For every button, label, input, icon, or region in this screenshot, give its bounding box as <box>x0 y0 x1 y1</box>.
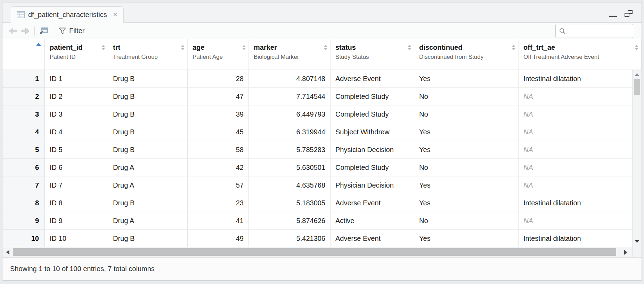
vertical-scrollbar-thumb[interactable] <box>634 79 640 95</box>
forward-button[interactable] <box>19 25 32 37</box>
table-cell: Yes <box>414 194 519 212</box>
table-cell: ID 4 <box>45 123 108 141</box>
table-cell: Drug B <box>108 88 188 105</box>
window-controls <box>609 10 633 17</box>
horizontal-scrollbar[interactable] <box>2 247 632 257</box>
header-row: patient_idPatient IDtrtTreatment Groupag… <box>2 39 642 70</box>
table-cell: ID 1 <box>45 70 108 88</box>
sort-chevrons-icon <box>512 45 515 50</box>
sort-chevrons-icon <box>324 45 327 50</box>
table-cell: Drug B <box>108 230 188 247</box>
forward-arrow-icon <box>21 27 30 35</box>
toolbar-separator <box>34 26 35 36</box>
sort-chevrons-icon <box>242 45 246 50</box>
table-cell: No <box>414 159 519 176</box>
table-cell: 42 <box>188 159 249 176</box>
table-cell: No <box>414 212 519 230</box>
minimize-icon[interactable] <box>609 11 617 17</box>
table-cell: ID 5 <box>45 141 108 159</box>
table-cell: Drug B <box>108 105 188 123</box>
restore-window-icon[interactable] <box>625 10 633 17</box>
row-number: 1 <box>2 70 45 88</box>
table-cell: No <box>414 105 519 123</box>
table-row: 3ID 3Drug B396.449793Completed StudyNoNA <box>2 105 642 123</box>
table-cell: ID 2 <box>45 88 108 105</box>
scroll-left-arrow-icon[interactable] <box>3 247 12 257</box>
row-number: 4 <box>2 123 45 141</box>
scroll-down-arrow-icon[interactable] <box>633 237 642 246</box>
table-cell: 6.319944 <box>249 123 331 141</box>
search-input[interactable] <box>568 27 630 35</box>
scroll-right-arrow-icon[interactable] <box>621 247 630 257</box>
tab-title: df_patient_characteristics <box>28 11 107 19</box>
toolbar: Filter <box>2 23 642 39</box>
table-row: 4ID 4Drug B456.319944Subject WithdrewYes… <box>2 123 642 141</box>
table-cell: ID 9 <box>45 212 108 230</box>
column-header-age[interactable]: agePatient Age <box>188 39 249 70</box>
table-cell: ID 3 <box>45 105 108 123</box>
column-header-discontinued[interactable]: discontinuedDiscontinued from Study <box>414 39 519 70</box>
table-cell: Subject Withdrew <box>331 123 414 141</box>
table-cell: Yes <box>414 230 519 247</box>
table-cell: ID 6 <box>45 159 108 176</box>
table-cell: 6.449793 <box>249 105 331 123</box>
table-cell: Completed Study <box>331 159 414 176</box>
table-cell: Yes <box>414 176 519 194</box>
table-cell: ID 8 <box>45 194 108 212</box>
table-row: 2ID 2Drug B477.714544Completed StudyNoNA <box>2 88 642 105</box>
row-number: 10 <box>2 230 45 247</box>
tab-df-patient-characteristics[interactable]: df_patient_characteristics ✕ <box>11 6 124 23</box>
back-arrow-icon <box>8 27 18 35</box>
table-row: 5ID 5Drug B585.785283Physician DecisionY… <box>2 141 642 159</box>
table-cell: 4.807148 <box>249 70 331 88</box>
horizontal-scrollbar-thumb[interactable] <box>13 248 616 256</box>
column-header-status[interactable]: statusStudy Status <box>331 39 414 70</box>
filter-button-label: Filter <box>69 27 84 35</box>
table-cell: NA <box>519 176 642 194</box>
toolbar-separator <box>53 26 53 36</box>
table-cell: Drug B <box>108 194 188 212</box>
open-in-new-window-button[interactable] <box>38 25 50 37</box>
row-number-column-header[interactable] <box>2 39 45 70</box>
column-header-marker[interactable]: markerBiological Marker <box>249 39 331 70</box>
tab-bar: df_patient_characteristics ✕ <box>2 2 642 23</box>
table-cell: 57 <box>188 176 249 194</box>
table-cell: Adverse Event <box>331 194 414 212</box>
table-cell: NA <box>519 105 642 123</box>
table-cell: Yes <box>414 141 519 159</box>
table-cell: Intestinal dilatation <box>519 230 642 247</box>
sort-chevrons-icon <box>181 45 185 50</box>
table-cell: Adverse Event <box>331 230 414 247</box>
row-number: 6 <box>2 159 45 176</box>
column-header-patient_id[interactable]: patient_idPatient ID <box>45 39 108 70</box>
tab-close-icon[interactable]: ✕ <box>113 11 118 18</box>
table-row: 10ID 10Drug B495.421306Adverse EventYesI… <box>2 230 642 247</box>
table-cell: 28 <box>188 70 249 88</box>
table-row: 7ID 7Drug A574.635768Physician DecisionY… <box>2 176 642 194</box>
row-number: 5 <box>2 141 45 159</box>
table-cell: 7.714544 <box>249 88 331 105</box>
table-cell: ID 10 <box>45 230 108 247</box>
table-cell: ID 7 <box>45 176 108 194</box>
filter-button[interactable]: Filter <box>56 25 87 36</box>
back-button[interactable] <box>7 25 19 37</box>
column-header-off_trt_ae[interactable]: off_trt_aeOff Treatment Adverse Event <box>519 39 642 70</box>
scroll-up-arrow-icon[interactable] <box>633 70 642 79</box>
search-box <box>555 24 633 38</box>
table-cell: 23 <box>188 194 249 212</box>
table-cell: NA <box>519 141 642 159</box>
sort-chevrons-icon <box>101 45 105 50</box>
row-number: 9 <box>2 212 45 230</box>
table-cell: Yes <box>414 123 519 141</box>
table-cell: NA <box>519 212 642 230</box>
filter-funnel-icon <box>59 27 66 34</box>
sort-chevrons-icon <box>635 45 638 50</box>
table-cell: 5.183005 <box>249 194 331 212</box>
scrollbar-corner <box>632 247 642 257</box>
table-cell: Intestinal dilatation <box>519 70 642 88</box>
vertical-scrollbar[interactable] <box>632 70 642 247</box>
table-cell: NA <box>519 159 642 176</box>
table-cell: Drug B <box>108 70 188 88</box>
column-header-trt[interactable]: trtTreatment Group <box>108 39 188 70</box>
table-cell: Physician Decision <box>331 176 414 194</box>
